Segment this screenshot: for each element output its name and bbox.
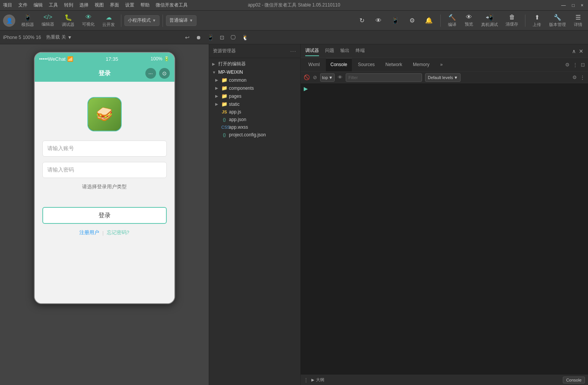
console-levels-select[interactable]: Default levels ▼	[425, 73, 461, 82]
eye-button[interactable]: 👁	[372, 16, 385, 25]
menu-item-project[interactable]: 项目	[3, 2, 12, 8]
preview-label: 预览	[465, 21, 473, 27]
bottom-console-button[interactable]: Console	[563, 377, 585, 383]
bottom-more-icon[interactable]: ⋮	[304, 377, 308, 383]
terminal-tab[interactable]: 终端	[356, 46, 365, 56]
devtools-menu-icon[interactable]: ⋮	[573, 62, 578, 68]
menu-item-file[interactable]: 文件	[18, 2, 27, 8]
console-more-icon[interactable]: ⋮	[580, 74, 585, 80]
toolbar-right-section: ↻ 👁 📱 ⚙ 🔔 🔨 编译 👁 预览 📲 真机调试 🗑 清缓存	[355, 13, 585, 28]
app-js-file[interactable]: ▶ JS app.js	[209, 108, 300, 116]
version-button[interactable]: 🔧 版本管理	[547, 13, 568, 28]
pages-folder[interactable]: ▶ 📁 pages	[209, 92, 300, 100]
user-avatar[interactable]: 👤	[3, 15, 15, 27]
file-panel-more-icon[interactable]: ···	[290, 49, 296, 54]
clear-cache-button[interactable]: 🗑 清缓存	[503, 13, 520, 28]
refresh-button[interactable]: ↻	[355, 16, 369, 25]
console-gear-icon[interactable]: ⚙	[572, 74, 577, 80]
components-folder[interactable]: ▶ 📁 components	[209, 84, 300, 92]
outline-section[interactable]: ▶ 大纲	[311, 377, 324, 383]
devtools-tab-memory[interactable]: Memory	[408, 58, 434, 71]
split-icon[interactable]: ⊡	[219, 34, 225, 41]
console-filter-input[interactable]: Filter	[346, 73, 422, 82]
preview-button[interactable]: 👁 预览	[462, 13, 476, 28]
console-context-select[interactable]: top ▼	[320, 73, 335, 82]
common-folder[interactable]: ▶ 📁 common	[209, 76, 300, 84]
app-wxss-file[interactable]: ▶ CSS app.wxss	[209, 123, 300, 131]
static-arrow-icon: ▶	[215, 102, 220, 106]
menu-item-view[interactable]: 视图	[95, 2, 104, 8]
menu-item-help[interactable]: 帮助	[140, 2, 150, 8]
phone-nav-title: 登录	[98, 70, 111, 78]
forgot-password-link[interactable]: 忘记密码?	[107, 229, 129, 236]
visualize-button[interactable]: 👁 可视化	[79, 12, 98, 29]
phone-button[interactable]: 📱	[388, 16, 402, 25]
debugger-button[interactable]: 🐛 调试器	[59, 12, 77, 29]
console-prompt[interactable]: ▶	[304, 85, 585, 92]
devtools-tab-network[interactable]: Network	[381, 58, 407, 71]
pages-folder-icon: 📁	[221, 93, 227, 99]
cloud-button[interactable]: ☁ 云开发	[99, 12, 118, 29]
debugger-label: 调试器	[62, 22, 74, 28]
levels-arrow-icon: ▼	[454, 75, 458, 80]
compile-dropdown[interactable]: 普通编译 ▼	[166, 15, 197, 26]
back-icon[interactable]: ↩	[184, 34, 190, 41]
minimize-button[interactable]: —	[560, 3, 567, 8]
devtools-tab-icons: ⚙ ⋮ ⊡	[565, 58, 585, 71]
menu-item-settings[interactable]: 设置	[125, 2, 134, 8]
project-config-file[interactable]: ▶ {} project.config.json	[209, 131, 300, 139]
console-block-icon[interactable]: ⊘	[313, 74, 317, 80]
screen-icon[interactable]: 🖵	[230, 34, 237, 41]
compile-arrow-icon: ▼	[189, 18, 193, 23]
phone-password-input[interactable]: 请输入密码	[42, 162, 167, 178]
upload-button[interactable]: ⬆ 上传	[530, 13, 544, 28]
menu-item-goto[interactable]: 转到	[64, 2, 73, 8]
device-scale: 16	[36, 35, 41, 40]
toolbar-separator-4	[525, 15, 525, 27]
record-icon[interactable]: ⏺	[195, 34, 202, 41]
phone-login-button[interactable]: 登录	[42, 207, 167, 224]
opened-editors-section[interactable]: ▶ 打开的编辑器	[209, 60, 300, 68]
devtools-tab-wxml[interactable]: Wxml	[304, 58, 324, 71]
close-panel-icon[interactable]: ✕	[579, 48, 583, 54]
console-prohibit-icon[interactable]: 🚫	[304, 74, 310, 80]
hot-reload-button[interactable]: 热重载 关 ▼	[44, 33, 74, 41]
devtools-dock-icon[interactable]: ⊡	[581, 62, 585, 68]
menu-item-interface[interactable]: 界面	[110, 2, 119, 8]
mp-weixin-folder[interactable]: ▼ MP-WEIXIN	[209, 68, 300, 76]
issues-tab[interactable]: 问题	[325, 46, 334, 56]
portrait-icon[interactable]: 📱	[206, 34, 214, 41]
settings-button[interactable]: ⚙	[405, 16, 419, 25]
menu-item-wechat-tools[interactable]: 微信开发者工具	[156, 2, 188, 8]
register-link[interactable]: 注册用户	[79, 229, 99, 236]
link-separator: |	[102, 230, 103, 236]
phone-account-input[interactable]: 请输入账号	[42, 141, 167, 157]
close-button[interactable]: ×	[579, 3, 585, 8]
wechat-icon[interactable]: 🐧	[241, 34, 249, 41]
compile-action-button[interactable]: 🔨 编译	[445, 13, 459, 28]
static-folder[interactable]: ▶ 📁 static	[209, 100, 300, 108]
menu-item-tools[interactable]: 工具	[49, 2, 58, 8]
phone-nav-more-icon[interactable]: ···	[145, 68, 156, 79]
phone-nav-home-icon[interactable]: ⊙	[159, 68, 170, 79]
mode-dropdown[interactable]: 小程序模式 ▼	[124, 15, 159, 26]
menu-item-select[interactable]: 选择	[79, 2, 89, 8]
devtools-tab-console[interactable]: Console	[326, 58, 352, 71]
maximize-button[interactable]: □	[570, 3, 576, 8]
console-eye-icon[interactable]: 👁	[338, 74, 343, 80]
detail-button[interactable]: ☰ 详情	[571, 13, 585, 28]
expand-icon[interactable]: ∧	[572, 48, 576, 54]
app-json-file[interactable]: ▶ {} app.json	[209, 116, 300, 123]
phone-status-right: 100% 🔋	[151, 56, 170, 61]
devtools-settings-icon[interactable]: ⚙	[565, 62, 570, 68]
filter-placeholder: Filter	[348, 75, 358, 80]
output-tab[interactable]: 输出	[340, 46, 350, 56]
debugger-tab[interactable]: 调试器	[305, 46, 319, 56]
bell-button[interactable]: 🔔	[422, 16, 436, 25]
menu-item-edit[interactable]: 编辑	[34, 2, 43, 8]
simulator-button[interactable]: 📱 模拟器	[18, 12, 37, 29]
real-machine-button[interactable]: 📲 真机调试	[479, 13, 500, 28]
devtools-tab-more[interactable]: »	[435, 58, 447, 71]
editor-button[interactable]: </> 编辑器	[39, 12, 57, 29]
devtools-tab-sources[interactable]: Sources	[353, 58, 379, 71]
